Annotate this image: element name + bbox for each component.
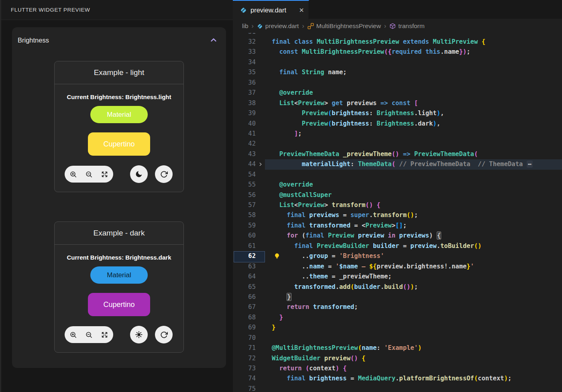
zoom-in-button[interactable] xyxy=(69,331,77,339)
breadcrumb-separator: › xyxy=(381,22,389,30)
breadcrumb-item-lib[interactable]: lib xyxy=(242,22,248,30)
code-line[interactable]: 32final class MultiBrightnessPreview ext… xyxy=(233,37,562,47)
breadcrumb-item-method[interactable]: transform xyxy=(389,22,424,30)
preview-card-dark: Example - dark Current Brightness: Brigh… xyxy=(54,221,184,353)
line-number: 54 xyxy=(233,170,256,180)
code-line[interactable]: 60for (final Preview preview in previews… xyxy=(233,231,562,241)
line-number: 71 xyxy=(233,343,256,353)
code-line[interactable]: 73return (context) { xyxy=(233,364,562,374)
line-number: 37 xyxy=(233,88,256,98)
line-number: 41 xyxy=(233,129,256,139)
tab-preview-dart[interactable]: preview.dart × xyxy=(233,0,309,19)
code-line[interactable]: 56@mustCallSuper xyxy=(233,190,562,200)
material-button[interactable]: Material xyxy=(90,266,148,284)
fold-chevron-icon[interactable] xyxy=(256,159,265,169)
line-number: 72 xyxy=(233,353,256,364)
collapse-section-button[interactable] xyxy=(209,36,218,45)
code-line[interactable]: 31 xyxy=(233,33,562,37)
refresh-button[interactable] xyxy=(155,326,173,343)
code-line[interactable]: 43PreviewThemeData _previewTheme() => Pr… xyxy=(233,149,562,159)
line-number: 68 xyxy=(233,313,256,323)
cupertino-button[interactable]: Cupertino xyxy=(88,293,150,316)
code-line[interactable]: 66} xyxy=(233,292,562,302)
line-number: 36 xyxy=(233,78,256,88)
tab-close-button[interactable]: × xyxy=(299,6,304,14)
preview-card-header: Example - light xyxy=(55,61,183,84)
code-line[interactable]: 71@MultiBrightnessPreview(name: 'Example… xyxy=(233,343,562,353)
code-line[interactable]: 34 xyxy=(233,57,562,67)
refresh-button[interactable] xyxy=(155,165,173,183)
code-line[interactable]: 54 xyxy=(233,170,562,180)
code-line[interactable]: 72WidgetBuilder preview() { xyxy=(233,353,562,364)
code-line[interactable]: 40Preview(brightness: Brightness.dark), xyxy=(233,119,562,129)
line-number: 67 xyxy=(233,302,256,312)
brightness-section: Brightness Example - light Current Brigh… xyxy=(12,27,226,368)
chevron-up-icon xyxy=(209,40,218,46)
line-number: 66 xyxy=(233,292,256,302)
breadcrumb: lib › preview.dart › MultiBrightnessPrev… xyxy=(233,19,562,33)
preview-card-light: Example - light Current Brightness: Brig… xyxy=(54,61,184,192)
line-number: 35 xyxy=(233,67,256,77)
moon-icon xyxy=(135,170,143,178)
code-line[interactable]: 33const MultiBrightnessPreview({required… xyxy=(233,47,562,57)
code-line[interactable]: 58final previews = super.transform(); xyxy=(233,210,562,220)
material-button[interactable]: Material xyxy=(90,106,148,123)
zoom-out-button[interactable] xyxy=(85,331,93,339)
dark-mode-toggle-button[interactable] xyxy=(130,165,148,183)
method-symbol-icon xyxy=(389,23,396,29)
zoom-out-icon xyxy=(85,334,93,340)
line-number: 58 xyxy=(233,210,256,220)
preview-card-title: Example - light xyxy=(94,68,145,77)
lightbulb-icon[interactable] xyxy=(274,253,280,259)
code-line[interactable]: 63..name = '$name – ${preview.brightness… xyxy=(233,262,562,272)
line-number: 63 xyxy=(233,262,256,272)
dart-icon xyxy=(240,7,247,14)
line-number: 62 xyxy=(233,251,256,261)
line-number: 33 xyxy=(233,47,256,57)
code-editor: preview.dart × lib › preview.dart › Mult… xyxy=(233,0,562,392)
line-number: 60 xyxy=(233,231,256,241)
brightness-status-text: Current Brightness: Brightness.dark xyxy=(55,254,183,261)
breadcrumb-separator: › xyxy=(248,22,257,30)
code-line[interactable]: 75 xyxy=(233,384,562,392)
expand-button[interactable] xyxy=(101,171,108,178)
code-line[interactable]: 61final PreviewBuilder builder = preview… xyxy=(233,241,562,251)
zoom-out-button[interactable] xyxy=(85,171,93,178)
code-line[interactable]: 44materialLight: ThemeData( // PreviewTh… xyxy=(233,159,562,169)
preview-controls xyxy=(55,165,183,192)
code-line[interactable]: 70 xyxy=(233,333,562,343)
code-line[interactable]: 42 xyxy=(233,139,562,149)
light-mode-toggle-button[interactable] xyxy=(130,326,148,343)
code-line[interactable]: 41]; xyxy=(233,129,562,139)
code-line[interactable]: 67return transformed; xyxy=(233,302,562,312)
code-line[interactable]: 35final String name; xyxy=(233,67,562,77)
zoom-in-icon xyxy=(69,173,77,179)
code-line[interactable]: 36 xyxy=(233,78,562,88)
code-line[interactable]: 38List<Preview> get previews => const [ xyxy=(233,98,562,108)
code-line[interactable]: 68} xyxy=(233,313,562,323)
line-number: 42 xyxy=(233,139,256,149)
refresh-icon xyxy=(160,171,168,178)
breadcrumb-item-class[interactable]: MultiBrightnessPreview xyxy=(307,22,381,30)
expand-icon xyxy=(101,334,108,340)
code-area[interactable]: 3132final class MultiBrightnessPreview e… xyxy=(233,33,562,392)
zoom-in-button[interactable] xyxy=(69,171,77,178)
line-number: 59 xyxy=(233,221,256,231)
code-line[interactable]: 37@override xyxy=(233,88,562,98)
code-line[interactable]: 39Preview(brightness: Brightness.light), xyxy=(233,108,562,118)
code-line[interactable]: 64..theme = _previewTheme; xyxy=(233,272,562,282)
line-number: 57 xyxy=(233,200,256,210)
code-line[interactable]: 74final brightness = MediaQuery.platform… xyxy=(233,374,562,384)
flutter-widget-preview-panel: FLUTTER WIDGET PREVIEW Brightness Exampl… xyxy=(0,0,233,392)
code-line[interactable]: 62..group = 'Brightness' xyxy=(233,251,562,261)
cupertino-button[interactable]: Cupertino xyxy=(88,132,150,156)
breadcrumb-item-file[interactable]: preview.dart xyxy=(257,22,299,30)
code-line[interactable]: 65transformed.add(builder.build()); xyxy=(233,282,562,292)
line-number: 40 xyxy=(233,119,256,129)
code-line[interactable]: 59final transformed = <Preview>[]; xyxy=(233,221,562,231)
zoom-controls xyxy=(65,326,113,343)
expand-button[interactable] xyxy=(101,331,108,339)
code-line[interactable]: 55@override xyxy=(233,180,562,190)
code-line[interactable]: 69} xyxy=(233,323,562,333)
code-line[interactable]: 57List<Preview> transform() { xyxy=(233,200,562,210)
